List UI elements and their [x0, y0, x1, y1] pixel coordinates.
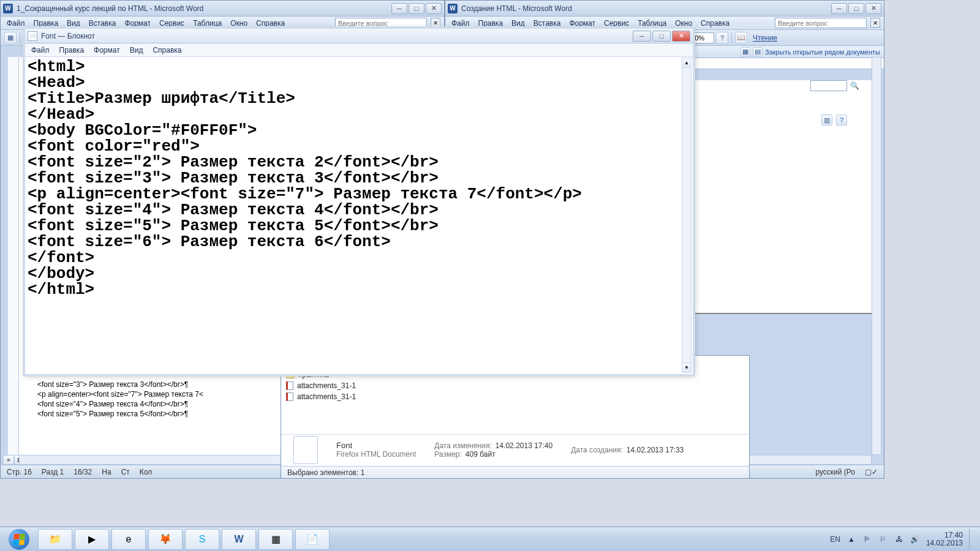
- menu-view[interactable]: Вид: [130, 46, 143, 54]
- scrollbar-vertical[interactable]: ▲ ▼: [682, 58, 692, 373]
- text-area[interactable]: <html> <Head> <Title>Размер шрифта</Titl…: [26, 58, 682, 373]
- close-button[interactable]: ✕: [672, 31, 690, 42]
- window-title: Font — Блокнот: [41, 32, 95, 40]
- taskbar: 📁 ▶ e 🦊 S W ▦ 📄 EN ▲ 🏳 ⚐ 🖧 🔊 17:40 14.02…: [0, 527, 980, 551]
- taskbar-skype[interactable]: S: [185, 529, 219, 550]
- taskbar-ie[interactable]: e: [111, 529, 146, 550]
- help-icon[interactable]: ?: [716, 32, 728, 44]
- menu-service[interactable]: Сервис: [159, 19, 184, 28]
- start-button[interactable]: [2, 528, 36, 551]
- menu-format[interactable]: Формат: [569, 19, 595, 28]
- notepad-content[interactable]: <html> <Head> <Title>Размер шрифта</Titl…: [28, 59, 680, 298]
- taskbar-explorer[interactable]: 📁: [38, 529, 72, 550]
- menu-table[interactable]: Таблица: [638, 19, 666, 28]
- taskbar-notepad[interactable]: 📄: [295, 529, 330, 550]
- menu-help[interactable]: Справка: [153, 46, 181, 54]
- close-button[interactable]: ✕: [865, 3, 881, 14]
- status-page: Стр. 16: [7, 468, 32, 476]
- menu-file[interactable]: Файл: [451, 19, 470, 28]
- reading-icon[interactable]: 📖: [735, 32, 747, 44]
- close-doc-button[interactable]: ✕: [870, 18, 880, 28]
- close-panel-label[interactable]: Закрыть открытые рядом документы: [765, 48, 880, 56]
- spell-check-icon[interactable]: ▢✓: [865, 468, 878, 476]
- view-normal-icon[interactable]: ≡: [3, 455, 14, 465]
- close-button[interactable]: ✕: [426, 3, 442, 14]
- taskbar-firefox[interactable]: 🦊: [148, 529, 183, 550]
- menu-edit[interactable]: Правка: [478, 19, 503, 28]
- status-at: На: [102, 468, 111, 476]
- tray-lang[interactable]: EN: [830, 535, 840, 544]
- tray-flag-icon[interactable]: 🏳: [862, 534, 872, 544]
- reading-mode-link[interactable]: Чтение: [753, 34, 777, 42]
- tray-arrow-icon[interactable]: ▲: [846, 534, 856, 544]
- details-created: 14.02.2013 17:33: [627, 446, 684, 454]
- tray-network-icon[interactable]: 🖧: [894, 534, 904, 544]
- minimize-button[interactable]: ─: [391, 3, 407, 14]
- window-title: 1_Сокращенный курс лекций по HTML - Micr…: [17, 4, 203, 13]
- details-type: Firefox HTML Document: [336, 450, 416, 459]
- menu-file[interactable]: Файл: [31, 46, 50, 54]
- maximize-button[interactable]: □: [848, 3, 864, 14]
- menu-view[interactable]: Вид: [67, 19, 80, 28]
- menu-bar: Файл Правка Формат Вид Справка: [25, 43, 693, 57]
- status-section: Разд 1: [42, 468, 64, 476]
- maximize-button[interactable]: □: [652, 31, 671, 42]
- scroll-up-icon[interactable]: ▲: [682, 58, 691, 68]
- list-item[interactable]: attachments_31-1: [286, 391, 744, 402]
- menu-window[interactable]: Окно: [230, 19, 247, 28]
- menu-insert[interactable]: Вставка: [533, 19, 561, 28]
- search-icon[interactable]: 🔍: [850, 81, 859, 90]
- new-doc-icon[interactable]: ▦: [4, 32, 17, 44]
- menu-help[interactable]: Справка: [256, 19, 285, 28]
- details-modified: 14.02.2013 17:40: [496, 441, 552, 450]
- list-item[interactable]: attachments_31-1: [286, 380, 744, 391]
- minimize-button[interactable]: ─: [633, 31, 651, 42]
- file-large-icon: [293, 436, 318, 464]
- menu-edit[interactable]: Правка: [34, 19, 59, 28]
- scroll-down-icon[interactable]: ▼: [682, 362, 691, 372]
- menu-service[interactable]: Сервис: [604, 19, 629, 28]
- menu-insert[interactable]: Вставка: [89, 19, 116, 28]
- panel-btn-1-icon[interactable]: ▦: [741, 47, 750, 57]
- details-size: 409 байт: [466, 450, 496, 459]
- show-desktop-button[interactable]: [969, 529, 974, 550]
- question-input[interactable]: [335, 18, 427, 28]
- system-tray: EN ▲ 🏳 ⚐ 🖧 🔊 17:40 14.02.2013: [830, 529, 978, 550]
- titlebar[interactable]: 📄 Font — Блокнот ─ □ ✕: [25, 29, 693, 43]
- taskbar-media-player[interactable]: ▶: [75, 529, 109, 550]
- details-name: Font: [336, 441, 416, 450]
- taskbar-app[interactable]: ▦: [258, 529, 293, 550]
- tray-action-icon[interactable]: ⚐: [878, 534, 888, 544]
- menu-format[interactable]: Формат: [94, 46, 120, 54]
- status-pages: 16/32: [74, 468, 92, 476]
- close-doc-button[interactable]: ✕: [431, 18, 440, 28]
- status-col: Кол: [140, 468, 152, 476]
- menu-edit[interactable]: Правка: [59, 46, 85, 54]
- tray-volume-icon[interactable]: 🔊: [910, 534, 920, 544]
- question-input[interactable]: [775, 18, 867, 28]
- menu-table[interactable]: Таблица: [193, 19, 222, 28]
- windows-orb-icon: [9, 529, 29, 550]
- menu-window[interactable]: Окно: [675, 19, 692, 28]
- status-selection: Выбрано элементов: 1: [287, 468, 364, 477]
- status-line: Ст: [121, 468, 130, 476]
- col-icon[interactable]: ▥: [821, 114, 832, 126]
- menu-help[interactable]: Справка: [701, 19, 729, 28]
- titlebar[interactable]: W 1_Сокращенный курс лекций по HTML - Mi…: [1, 1, 444, 17]
- window-title: Создание HTML - Microsoft Word: [461, 4, 572, 13]
- menu-view[interactable]: Вид: [511, 19, 525, 28]
- help-small-icon[interactable]: ?: [836, 114, 847, 126]
- maximize-button[interactable]: □: [409, 3, 424, 14]
- menu-file[interactable]: Файл: [7, 19, 25, 28]
- details-pane: Font Firefox HTML Document Дата изменени…: [281, 434, 749, 465]
- tray-clock[interactable]: 17:40 14.02.2013: [926, 531, 963, 547]
- menu-format[interactable]: Формат: [124, 19, 151, 28]
- search-input[interactable]: [810, 80, 847, 91]
- notepad-icon: 📄: [28, 31, 37, 41]
- vertical-ruler: [8, 57, 19, 455]
- panel-btn-2-icon[interactable]: ▤: [753, 47, 763, 57]
- minimize-button[interactable]: ─: [831, 3, 847, 14]
- scrollbar-vertical[interactable]: [872, 57, 881, 455]
- titlebar[interactable]: W Создание HTML - Microsoft Word ─ □ ✕: [445, 1, 884, 17]
- taskbar-word[interactable]: W: [222, 529, 256, 550]
